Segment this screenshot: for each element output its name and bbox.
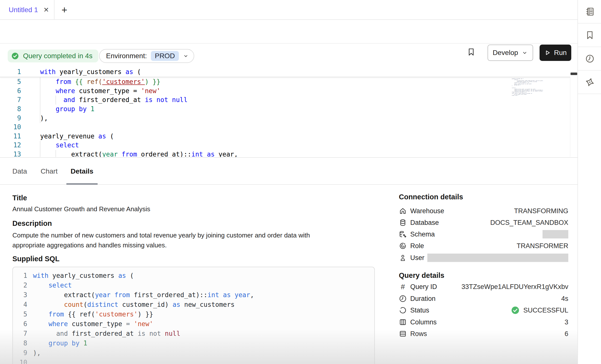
query-row-id: # Query ID 33TZseWpe1ALFDUYerxR1gVKxbv <box>399 281 568 293</box>
code-line: 10 <box>13 358 374 364</box>
indent-guide <box>55 96 56 104</box>
row-label: Rows <box>410 330 427 338</box>
connection-row-schema: Schema <box>399 228 568 240</box>
query-status-text: Query completed in 4s <box>23 52 92 60</box>
user-icon <box>399 254 407 262</box>
develop-dropdown[interactable]: Develop <box>488 45 533 61</box>
connection-row-role: Role TRANSFORMER <box>399 240 568 252</box>
query-row-columns: Columns 3 <box>399 316 568 328</box>
toolbar: Develop Run <box>0 20 577 44</box>
indent-guide <box>40 77 40 123</box>
code-line: 7 and first_ordered_at is not null <box>0 95 570 104</box>
row-value: TRANSFORMER <box>517 242 569 250</box>
row-label: Status <box>410 307 429 314</box>
query-row-duration: Duration 4s <box>399 293 568 305</box>
notebook-icon <box>585 7 595 17</box>
connection-row-warehouse: Warehouse TRANSFORMING <box>399 205 568 217</box>
connection-row-user: User <box>399 252 568 264</box>
row-label: Schema <box>410 231 435 238</box>
main-pane: Untitled 1 ✕ + Develop Run Query complet… <box>0 0 577 364</box>
code-line: 8 group by 1 <box>0 104 570 114</box>
redacted-value <box>543 230 568 238</box>
description-value: Compute the number of new customers and … <box>12 230 342 250</box>
code-line: 5 from {{ ref('customers') }} <box>13 309 374 319</box>
tab-untitled-1[interactable]: Untitled 1 ✕ <box>0 0 55 20</box>
tab-data[interactable]: Data <box>12 158 27 185</box>
row-value: TRANSFORMING <box>514 207 568 215</box>
right-sidebar <box>577 0 601 364</box>
code-line: 13 extract(year from ordered_at)::int as… <box>0 150 570 157</box>
row-value: 6 <box>565 330 568 338</box>
close-icon[interactable]: ✕ <box>43 6 49 14</box>
title-value: Annual Customer Growth and Revenue Analy… <box>12 205 150 213</box>
chevron-down-icon <box>183 53 189 59</box>
code-line: 10 <box>0 123 570 132</box>
query-row-status: Status SUCCESSFUL <box>399 304 568 316</box>
hash-icon: # <box>399 283 407 291</box>
supplied-sql-heading: Supplied SQL <box>12 255 59 263</box>
title-heading: Title <box>12 194 27 202</box>
role-icon <box>399 242 407 250</box>
tab-details[interactable]: Details <box>71 158 93 185</box>
sidebar-bookmarks-button[interactable] <box>578 24 601 47</box>
row-value: DOCS_TEAM_SANDBOX <box>490 219 568 227</box>
code-line: 1with yearly_customers as ( <box>13 271 374 280</box>
connection-details-heading: Connection details <box>399 193 568 201</box>
tab-bar: Untitled 1 ✕ + <box>0 0 577 20</box>
supplied-sql-block: 1with yearly_customers as (2 select3 ext… <box>12 267 375 364</box>
sticky-line: 1with yearly_customers as ( <box>0 67 570 77</box>
row-label: User <box>410 254 424 262</box>
columns-icon <box>399 318 407 326</box>
code-line: 9), <box>13 348 374 358</box>
row-label: Database <box>410 219 439 227</box>
spinner-icon <box>399 306 407 314</box>
environment-selector[interactable]: Environment: PROD <box>99 49 194 63</box>
code-line: 5 from {{ ref('customers') }} <box>0 77 570 86</box>
scrollbar-thumb[interactable] <box>571 73 577 75</box>
code-line: 6 where customer_type = 'new' <box>13 319 374 329</box>
warehouse-icon <box>399 207 407 215</box>
develop-label: Develop <box>493 49 518 57</box>
run-button[interactable]: Run <box>540 45 571 61</box>
indent-guide <box>40 141 40 157</box>
success-check-icon <box>511 306 520 315</box>
scrollbar-track <box>570 67 570 157</box>
chevron-down-icon <box>521 50 528 56</box>
new-tab-button[interactable]: + <box>58 0 71 20</box>
editor-lines: 5 from {{ ref('customers') }}6 where cus… <box>0 77 570 157</box>
indent-guide <box>55 150 56 157</box>
bookmark-icon <box>585 30 595 40</box>
row-value: 33TZseWpe1ALFDUYerxR1gVKxbv <box>462 283 568 291</box>
connection-row-database: Database DOCS_TEAM_SANDBOX <box>399 217 568 229</box>
sidebar-copilot-button[interactable] <box>578 71 601 94</box>
clock-icon <box>399 295 407 303</box>
query-status-badge: Query completed in 4s <box>8 50 98 62</box>
sidebar-history-button[interactable] <box>578 47 601 71</box>
row-label: Warehouse <box>410 207 444 215</box>
code-line: 3 extract(year from first_ordered_at)::i… <box>13 290 374 300</box>
description-heading: Description <box>12 219 52 228</box>
sql-editor[interactable]: 1with yearly_customers as ( 5 from {{ re… <box>0 67 570 157</box>
redacted-value <box>427 254 568 262</box>
rows-icon <box>399 330 407 338</box>
row-label: Role <box>410 242 424 250</box>
status-value: SUCCESSFUL <box>523 307 568 314</box>
query-row-rows: Rows 6 <box>399 328 568 340</box>
check-circle-icon <box>11 52 19 60</box>
results-tab-bar: Data Chart Details <box>0 157 577 185</box>
bookmark-icon[interactable] <box>467 48 476 56</box>
active-tab-underline <box>66 183 98 185</box>
row-value: 4s <box>561 295 568 303</box>
run-label: Run <box>554 49 567 57</box>
play-icon <box>544 49 551 56</box>
environment-label: Environment: <box>106 52 147 60</box>
code-line: 1with yearly_customers as ( <box>0 67 570 77</box>
row-value: 3 <box>565 318 568 326</box>
tab-title: Untitled 1 <box>9 6 38 14</box>
code-line: 9), <box>0 113 570 123</box>
tab-chart[interactable]: Chart <box>41 158 57 185</box>
sidebar-notebook-button[interactable] <box>578 0 601 24</box>
schema-icon <box>399 230 407 238</box>
code-line: 8 group by 1 <box>13 338 374 348</box>
copilot-icon <box>585 77 595 87</box>
